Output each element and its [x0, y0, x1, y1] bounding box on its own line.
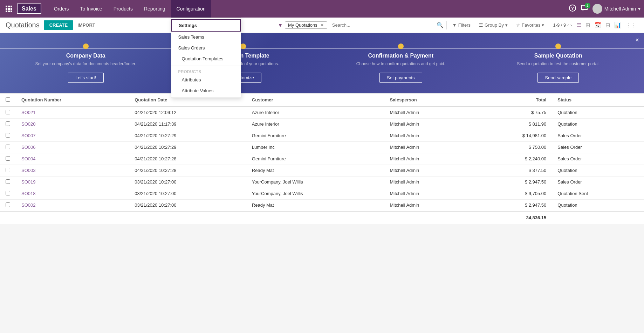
total-status-spacer — [552, 211, 644, 224]
col-header-number[interactable]: Quotation Number — [16, 93, 129, 107]
chat-icon[interactable]: 1 — [581, 4, 588, 14]
row-number-3[interactable]: SO006 — [16, 141, 129, 153]
banner-step-4-title: Sample Quotation — [534, 53, 582, 59]
dropdown-sales-teams[interactable]: Sales Teams — [171, 32, 241, 42]
select-all-header[interactable] — [0, 93, 16, 107]
search-icon[interactable]: 🔍 — [437, 22, 444, 28]
menu-orders[interactable]: Orders — [48, 0, 75, 18]
row-number-2[interactable]: SO007 — [16, 130, 129, 141]
filter-chip-close[interactable]: ✕ — [320, 22, 324, 28]
total-row: 34,836.15 — [0, 211, 644, 224]
row-salesperson-4: Mitchell Admin — [384, 153, 474, 165]
view-graph[interactable]: 📊 — [612, 21, 623, 29]
row-check-0[interactable] — [6, 110, 10, 114]
groupby-button[interactable]: ☰ Group By ▾ — [476, 21, 511, 29]
groupby-arrow: ▾ — [505, 22, 508, 28]
row-checkbox-8[interactable] — [0, 199, 16, 211]
row-total-3: $ 750.00 — [474, 141, 552, 153]
dropdown-sales-orders[interactable]: Sales Orders — [171, 42, 241, 53]
row-checkbox-6[interactable] — [0, 176, 16, 188]
config-dropdown: Settings Sales Teams Sales Orders Quotat… — [171, 18, 241, 98]
view-list[interactable]: ☰ — [575, 21, 583, 29]
pagination-range: 1-9 / 9 — [553, 22, 566, 28]
view-kanban[interactable]: ⊞ — [584, 21, 592, 29]
row-date-7: 03/21/2020 10:27:00 — [129, 188, 246, 199]
user-menu[interactable]: Mitchell Admin ▾ — [592, 4, 640, 14]
row-number-6[interactable]: SO019 — [16, 176, 129, 188]
top-navigation: Sales Orders To Invoice Products Reporti… — [0, 0, 644, 18]
row-checkbox-4[interactable] — [0, 153, 16, 165]
row-salesperson-1: Mitchell Admin — [384, 118, 474, 130]
select-all-checkbox[interactable] — [6, 97, 10, 102]
grid-icon[interactable] — [4, 4, 14, 14]
table-row: SO006 04/21/2020 10:27:29 Lumber Inc Mit… — [0, 141, 644, 153]
dropdown-settings[interactable]: Settings — [171, 19, 241, 32]
banner-step-1-btn[interactable]: Let's start! — [68, 73, 104, 83]
row-checkbox-7[interactable] — [0, 188, 16, 199]
menu-reporting[interactable]: Reporting — [138, 0, 171, 18]
view-pivot[interactable]: ⊟ — [604, 21, 612, 29]
view-grid[interactable]: ⋮⋮ — [624, 21, 638, 29]
row-date-5: 04/21/2020 10:27:28 — [129, 165, 246, 176]
row-check-8[interactable] — [6, 202, 10, 207]
pagination-next[interactable]: › — [570, 22, 572, 28]
row-check-4[interactable] — [6, 156, 10, 161]
row-checkbox-3[interactable] — [0, 141, 16, 153]
row-checkbox-2[interactable] — [0, 130, 16, 141]
row-checkbox-0[interactable] — [0, 107, 16, 119]
row-check-2[interactable] — [6, 133, 10, 138]
dropdown-attribute-values[interactable]: Attribute Values — [171, 85, 241, 96]
top-menu: Orders To Invoice Products Reporting Con… — [48, 0, 569, 18]
table-row: SO004 04/21/2020 10:27:28 Gemini Furnitu… — [0, 153, 644, 165]
menu-to-invoice[interactable]: To Invoice — [75, 0, 108, 18]
search-input[interactable] — [329, 21, 434, 29]
row-checkbox-5[interactable] — [0, 165, 16, 176]
row-check-7[interactable] — [6, 191, 10, 195]
col-header-status[interactable]: Status — [552, 93, 644, 107]
col-header-total[interactable]: Total — [474, 93, 552, 107]
row-check-6[interactable] — [6, 179, 10, 184]
import-button[interactable]: IMPORT — [77, 22, 95, 28]
dropdown-attributes[interactable]: Attributes — [171, 74, 241, 85]
row-salesperson-2: Mitchell Admin — [384, 130, 474, 141]
row-number-1[interactable]: SO020 — [16, 118, 129, 130]
row-date-4: 04/21/2020 10:27:28 — [129, 153, 246, 165]
banner-step-4-btn[interactable]: Send sample — [537, 73, 579, 83]
banner-dot-3 — [398, 44, 404, 49]
row-number-0[interactable]: SO021 — [16, 107, 129, 119]
banner-step-3-btn[interactable]: Set payments — [379, 73, 422, 83]
row-checkbox-1[interactable] — [0, 118, 16, 130]
active-filter-label: My Quotations — [288, 22, 317, 28]
table-row: SO002 03/21/2020 10:27:00 Ready Mat Mitc… — [0, 199, 644, 211]
row-salesperson-7: Mitchell Admin — [384, 188, 474, 199]
user-dropdown-arrow: ▾ — [638, 6, 640, 12]
row-total-1: $ 811.90 — [474, 118, 552, 130]
row-status-5: Quotation — [552, 165, 644, 176]
favorites-button[interactable]: ☆ Favorites ▾ — [513, 21, 547, 29]
row-total-6: $ 2,947.50 — [474, 176, 552, 188]
row-check-3[interactable] — [6, 145, 10, 149]
menu-products[interactable]: Products — [108, 0, 138, 18]
row-check-1[interactable] — [6, 121, 10, 126]
menu-configuration[interactable]: Configuration — [171, 0, 211, 18]
banner-close-button[interactable]: × — [635, 36, 639, 44]
favorites-arrow: ▾ — [542, 22, 544, 28]
table-row: SO020 04/21/2020 11:17:39 Azure Interior… — [0, 118, 644, 130]
row-check-5[interactable] — [6, 168, 10, 172]
row-salesperson-6: Mitchell Admin — [384, 176, 474, 188]
filters-button[interactable]: ▼ Filters — [450, 21, 473, 29]
row-number-4[interactable]: SO004 — [16, 153, 129, 165]
col-header-salesperson[interactable]: Salesperson — [384, 93, 474, 107]
row-number-7[interactable]: SO018 — [16, 188, 129, 199]
row-number-8[interactable]: SO002 — [16, 199, 129, 211]
page-title: Quotations — [6, 21, 40, 29]
help-icon[interactable]: ? — [569, 4, 576, 14]
pagination-prev[interactable]: ‹ — [567, 22, 569, 28]
app-name[interactable]: Sales — [17, 4, 41, 14]
col-header-customer[interactable]: Customer — [246, 93, 384, 107]
view-calendar[interactable]: 📅 — [592, 21, 603, 29]
row-number-5[interactable]: SO003 — [16, 165, 129, 176]
banner-dot-2 — [240, 44, 246, 49]
dropdown-quotation-templates[interactable]: Quotation Templates — [171, 53, 241, 64]
create-button[interactable]: CREATE — [44, 20, 73, 30]
